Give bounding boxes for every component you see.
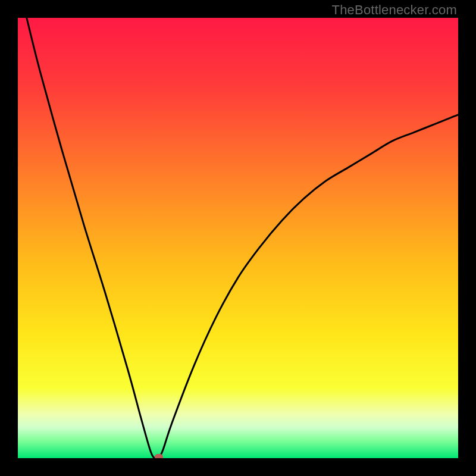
watermark-text: TheBottlenecker.com — [332, 2, 457, 18]
optimal-point-marker — [155, 454, 163, 458]
chart-frame: TheBottlenecker.com — [0, 0, 476, 476]
bottleneck-curve — [18, 18, 458, 458]
plot-area — [18, 18, 458, 458]
